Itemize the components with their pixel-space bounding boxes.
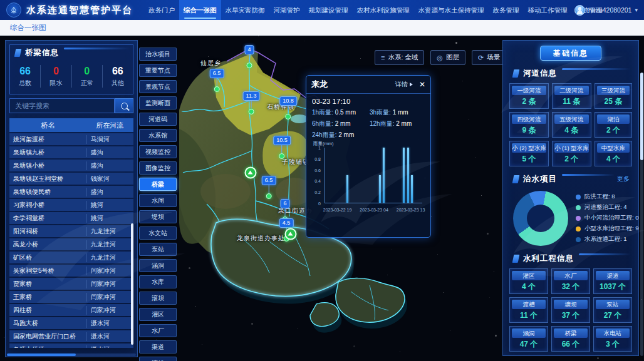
layer-menu-item[interactable]: 渡槽 [139, 357, 177, 361]
table-row[interactable]: 习家祠小桥姚河 [9, 199, 133, 211]
breadcrumb[interactable]: 综合一张图 [10, 23, 46, 33]
legend-label: 河道整治工程: 4 [584, 203, 627, 211]
layer-menu-item[interactable]: 河道码 [139, 113, 177, 126]
stat-card[interactable]: 水电站3 个 [593, 326, 632, 352]
table-row[interactable]: 矿区桥九龙洼河 [9, 252, 133, 263]
legend-item[interactable]: 河道整治工程: 4 [576, 203, 639, 211]
map-marker[interactable]: 6.5 [262, 176, 276, 199]
legend-item[interactable]: 中小河流治理工程: 0 [576, 214, 639, 222]
table-row[interactable]: 禹龙小桥九龙洼河 [9, 238, 133, 250]
nav-tab[interactable]: 规划建设管理 [304, 0, 353, 20]
nav-tab[interactable]: 水资源与水土保持管理 [414, 0, 489, 20]
layer-menu-item[interactable]: 水闸 [139, 194, 177, 207]
map-marker[interactable]: 11.3 [243, 91, 260, 114]
map-marker[interactable]: 6.5 [210, 69, 224, 92]
table-row[interactable]: 泉塘镇小桥盛沟 [9, 160, 133, 171]
table-vertical-scrollbar[interactable] [131, 223, 133, 345]
green-poi-icon[interactable] [245, 167, 257, 179]
stat-card[interactable]: 五级河流4 条 [552, 112, 591, 138]
nav-tab[interactable]: 政务门户 [144, 0, 179, 20]
nav-tab[interactable]: 综合一张图 [179, 0, 221, 20]
right-panel-scrollbar[interactable] [640, 73, 643, 160]
stat-card[interactable]: 渡槽11 个 [509, 297, 548, 323]
table-row[interactable]: 象塘大桥桥滠水河 [9, 343, 133, 348]
river-name-cell: 九龙洼河 [86, 240, 133, 249]
stat-card[interactable]: 湖泊2 个 [595, 112, 632, 138]
legend-item[interactable]: 水系连通工程: 1 [576, 235, 639, 243]
layer-menu-item[interactable]: 治水项目 [139, 48, 177, 61]
layer-menu-item[interactable]: 水系馆 [139, 129, 177, 142]
stat-card[interactable]: 中型水库4 个 [595, 141, 632, 166]
layer-menu-item[interactable]: 监测断面 [139, 96, 177, 109]
project-legend: 防洪工程: 8河道整治工程: 4中小河流治理工程: 0小型水库治理工程: 9水系… [576, 190, 639, 246]
layer-menu-item[interactable]: 滚坝 [139, 292, 177, 305]
layer-menu-item[interactable]: 水文站 [139, 226, 177, 240]
stat-card[interactable]: 灌区4 个 [509, 268, 548, 294]
map-marker[interactable]: 10.5 [273, 136, 291, 159]
stat-card[interactable]: 泵站27 个 [593, 297, 632, 323]
layer-menu-item[interactable]: 水厂 [139, 324, 177, 337]
stat-card[interactable]: 水厂32 个 [551, 268, 590, 294]
table-row[interactable]: 姚河架渡桥马涧河 [9, 133, 133, 145]
layer-menu-item[interactable]: 景观节点 [139, 80, 177, 93]
legend-item[interactable]: 防洪工程: 8 [576, 193, 639, 201]
card-label: 渠道 [596, 271, 630, 280]
marker-dot-icon [214, 86, 219, 92]
stat-card[interactable]: 渠道1037 个 [593, 268, 632, 294]
scene-button[interactable]: ⟳ 场景 [472, 50, 506, 65]
stat-card[interactable]: 三级河流25 条 [595, 83, 632, 109]
nav-tab[interactable]: 河湖管护 [269, 0, 304, 20]
basic-info-button[interactable]: 基础信息 [540, 46, 601, 61]
metric-value: 2 mm [338, 131, 354, 138]
layer-menu-item[interactable]: 图像监控 [139, 161, 177, 175]
table-row[interactable]: 泉塘镇九桥盛沟 [9, 146, 133, 158]
layer-menu-item[interactable]: 堤坝 [139, 210, 177, 223]
layer-menu-item[interactable]: 泵站 [139, 243, 177, 256]
metric-label: 1h雨量: [312, 109, 335, 116]
stat-card[interactable]: 桥梁66 个 [551, 326, 590, 352]
stat-card[interactable]: 四级河流9 条 [509, 112, 549, 138]
layer-menu-item[interactable]: 涵洞 [139, 259, 177, 272]
stat-card[interactable]: 一级河流2 条 [509, 83, 549, 109]
stat-card[interactable]: 小 (2) 型水库5 个 [509, 141, 549, 166]
search-button[interactable] [115, 98, 133, 113]
table-horizontal-scrollbar[interactable] [7, 353, 76, 356]
layer-menu-item[interactable]: 灌区 [139, 308, 177, 321]
bridge-name-cell: 马跑大桥 [9, 319, 86, 328]
table-row[interactable]: 李学祠堂桥姚河 [9, 212, 133, 224]
layer-menu-item[interactable]: 重要节点 [139, 64, 177, 77]
green-poi-icon[interactable] [285, 228, 297, 240]
table-row[interactable]: 泉塘镇便民桥盛沟 [9, 186, 133, 198]
layer-menu-item[interactable]: 渠道 [139, 340, 177, 353]
layer-menu-item[interactable]: 视频监控 [139, 145, 177, 158]
nav-tab[interactable]: 政务管理 [489, 0, 524, 20]
bridge-name-cell: 泉塘镇便民桥 [9, 188, 86, 196]
legend-item[interactable]: 小型水库治理工程: 9 [576, 225, 639, 233]
stat-card[interactable]: 塘坝37 个 [551, 297, 590, 323]
search-input[interactable] [9, 98, 115, 113]
stat-card[interactable]: 小 (1) 型水库2 个 [552, 141, 591, 166]
nav-tab[interactable]: 水旱灾害防御 [221, 0, 269, 20]
map-marker[interactable]: 4 [244, 45, 254, 68]
layer-menu-item[interactable]: 桥梁 [139, 178, 177, 191]
table-row[interactable]: 泉塘镇赵玉祠堂桥钱家河 [9, 173, 133, 185]
table-row[interactable]: 阳河祠桥九龙洼河 [9, 225, 133, 237]
table-row[interactable]: 四柱桥闫家冲河 [9, 304, 133, 316]
table-row[interactable]: 吴家祠堂5号桥闫家冲河 [9, 265, 133, 277]
more-link[interactable]: 更多 [617, 175, 630, 183]
layers-button[interactable]: ◎ 图层 [430, 50, 465, 65]
table-row[interactable]: 王家桥闫家冲河 [9, 291, 133, 303]
detail-link[interactable]: 详情 [395, 80, 413, 89]
metric-value: 0.5 mm [335, 109, 356, 116]
table-row[interactable]: 马跑大桥滠水河 [9, 317, 133, 329]
water-system-dropdown[interactable]: ≡ 水系: 全域 [375, 50, 424, 65]
nav-tab[interactable]: 移动工作管理 [524, 0, 572, 20]
close-icon[interactable]: ✕ [419, 81, 425, 88]
table-row[interactable]: 贾家桥闫家冲河 [9, 278, 133, 290]
stat-card[interactable]: 二级河流11 条 [552, 83, 591, 109]
layer-menu-item[interactable]: 水库 [139, 275, 177, 288]
nav-tab[interactable]: 农村水利设施管理 [353, 0, 414, 20]
stat-card[interactable]: 涵洞47 个 [509, 326, 548, 352]
table-row[interactable]: 国家电网营业厅门口桥滠水河 [9, 330, 133, 342]
map-marker[interactable]: 10.8 [279, 96, 297, 119]
